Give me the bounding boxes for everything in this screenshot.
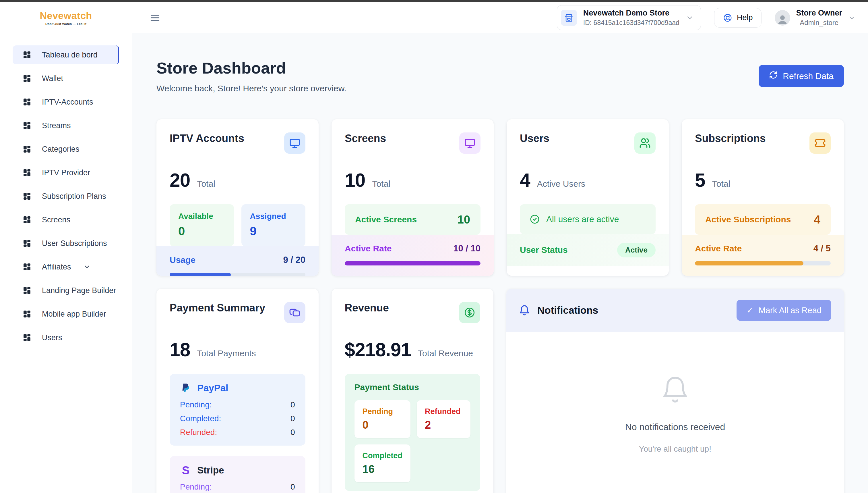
payment-status-title: Payment Status	[355, 382, 471, 392]
storefront-icon	[561, 10, 577, 26]
notifications-empty-state: No notifications received You're all cau…	[506, 332, 844, 493]
sidebar-item-label: Categories	[42, 145, 79, 154]
chevron-down-icon	[848, 14, 856, 22]
dollar-circle-icon	[459, 302, 480, 323]
notifications-title: Notifications	[537, 304, 598, 316]
sidebar-item-label: IPTV-Accounts	[42, 98, 93, 107]
total-label: Total	[197, 179, 215, 189]
dashboard-icon	[22, 192, 31, 201]
total-label: Total	[712, 179, 730, 189]
sidebar-item-user-subscriptions[interactable]: User Subscriptions	[13, 234, 119, 253]
card-title: IPTV Accounts	[169, 132, 244, 145]
paypal-pending-row: Pending:0	[180, 400, 295, 409]
total-value: 20	[169, 169, 190, 191]
sidebar-item-streams[interactable]: Streams	[13, 116, 119, 135]
iptv-accounts-card: IPTV Accounts 20 Total Available 0	[156, 119, 319, 276]
sidebar-item-label: Streams	[42, 121, 71, 130]
active-rate-progress-fill	[345, 261, 480, 265]
total-value: 4	[520, 169, 530, 191]
refresh-icon	[769, 71, 778, 81]
dashboard-icon	[22, 145, 31, 154]
sidebar-item-iptv-accounts[interactable]: IPTV-Accounts	[13, 92, 119, 111]
ticket-icon	[809, 132, 831, 154]
sidebar-item-label: Landing Page Builder	[42, 286, 116, 295]
sidebar-item-affiliates[interactable]: Affiliates	[13, 257, 119, 276]
dashboard-icon	[22, 98, 31, 107]
mark-all-read-button[interactable]: ✓ Mark All as Read	[736, 300, 831, 321]
dashboard-icon	[22, 168, 31, 177]
copy-cards-icon	[284, 302, 305, 323]
help-label: Help	[737, 13, 753, 22]
user-menu[interactable]: Store Owner Admin_store	[775, 8, 856, 27]
payment-summary-card: Payment Summary 18 Total Payments PayPal	[156, 289, 319, 493]
active-rate-footer: Active Rate 4 / 5	[682, 235, 844, 276]
page-title: Store Dashboard	[156, 59, 346, 77]
sidebar-item-label: Wallet	[42, 74, 63, 83]
active-screens-box: Active Screens 10	[345, 204, 480, 235]
paypal-refunded-row: Refunded:0	[180, 428, 295, 437]
screens-card: Screens 10 Total Active Screens 10	[332, 119, 494, 276]
sidebar-item-screens[interactable]: Screens	[13, 210, 119, 229]
dashboard-icon	[22, 50, 31, 60]
card-title: Users	[520, 132, 549, 145]
refresh-data-button[interactable]: Refresh Data	[759, 65, 844, 87]
revenue-card: Revenue $218.91 Total Revenue Payment St…	[332, 289, 494, 493]
dashboard-icon	[22, 215, 31, 224]
users-status-box: All users are active	[520, 204, 656, 234]
sidebar-item-label: Subscription Plans	[42, 192, 106, 201]
card-title: Subscriptions	[695, 132, 766, 145]
chevron-down-icon	[686, 14, 694, 22]
pending-box: Pending 0	[355, 400, 411, 438]
monitor-icon	[284, 132, 305, 154]
check-circle-icon	[530, 214, 540, 224]
paypal-summary-box: PayPal Pending:0 Completed:0 Refunded:0	[169, 374, 305, 446]
monitor-icon	[459, 132, 480, 154]
page-subtitle: Welcome back, Store! Here's your store o…	[156, 84, 346, 93]
sidebar-item-categories[interactable]: Categories	[13, 140, 119, 158]
refunded-box: Refunded 2	[417, 400, 471, 438]
subscriptions-card: Subscriptions 5 Total Active Subscriptio…	[682, 119, 844, 276]
total-label: Active Users	[537, 179, 585, 189]
total-payments-label: Total Payments	[197, 348, 256, 358]
total-label: Total	[372, 179, 390, 189]
sidebar-item-users[interactable]: Users	[13, 328, 119, 347]
paypal-completed-row: Completed:0	[180, 414, 295, 423]
logo: Nevewatch Don't Just Watch — Feel It	[0, 2, 132, 33]
sidebar-item-iptv-provider[interactable]: IPTV Provider	[13, 163, 119, 182]
store-selector[interactable]: Nevewatch Demo Store ID: 68415a1c163d347…	[557, 5, 701, 30]
sidebar: Nevewatch Don't Just Watch — Feel It Tab…	[0, 2, 132, 493]
notifications-header: Notifications ✓ Mark All as Read	[506, 289, 844, 332]
dashboard-icon	[22, 286, 31, 295]
stripe-pending-row: Pending:0	[180, 483, 295, 492]
usage-footer: Usage 9 / 20	[156, 246, 319, 276]
paypal-icon	[180, 382, 191, 394]
total-value: 5	[695, 169, 705, 191]
empty-title: No notifications received	[625, 422, 725, 432]
stripe-name: Stripe	[197, 465, 224, 476]
window-top-strip	[0, 0, 868, 2]
available-box: Available 0	[169, 204, 234, 246]
sidebar-item-dashboard[interactable]: Tableau de bord	[13, 45, 119, 64]
status-badge: Active	[617, 243, 656, 257]
users-card: Users 4 Active Users All users are activ…	[507, 119, 669, 276]
sidebar-item-label: User Subscriptions	[42, 239, 107, 248]
card-title: Payment Summary	[169, 302, 265, 314]
help-button[interactable]: Help	[714, 8, 762, 27]
usage-progress-fill	[169, 273, 231, 276]
active-rate-progress-track	[345, 261, 480, 265]
sidebar-nav: Tableau de bord Wallet IPTV-Accounts Str…	[0, 33, 132, 352]
user-role: Store Owner	[796, 8, 842, 18]
dashboard-icon	[22, 333, 31, 342]
hamburger-menu-icon[interactable]	[149, 12, 161, 24]
sidebar-item-label: Mobile app Builder	[42, 310, 106, 319]
empty-subtitle: You're all caught up!	[639, 445, 711, 454]
active-subscriptions-box: Active Subscriptions 4	[695, 204, 831, 235]
dashboard-icon	[22, 121, 31, 130]
sidebar-item-mobile-app-builder[interactable]: Mobile app Builder	[13, 304, 119, 323]
sidebar-item-landing-page-builder[interactable]: Landing Page Builder	[13, 281, 119, 300]
completed-box: Completed 16	[355, 445, 411, 483]
active-rate-footer: Active Rate 10 / 10	[332, 235, 494, 276]
sidebar-item-wallet[interactable]: Wallet	[13, 69, 119, 88]
assigned-box: Assigned 9	[242, 204, 306, 246]
sidebar-item-subscription-plans[interactable]: Subscription Plans	[13, 187, 119, 206]
